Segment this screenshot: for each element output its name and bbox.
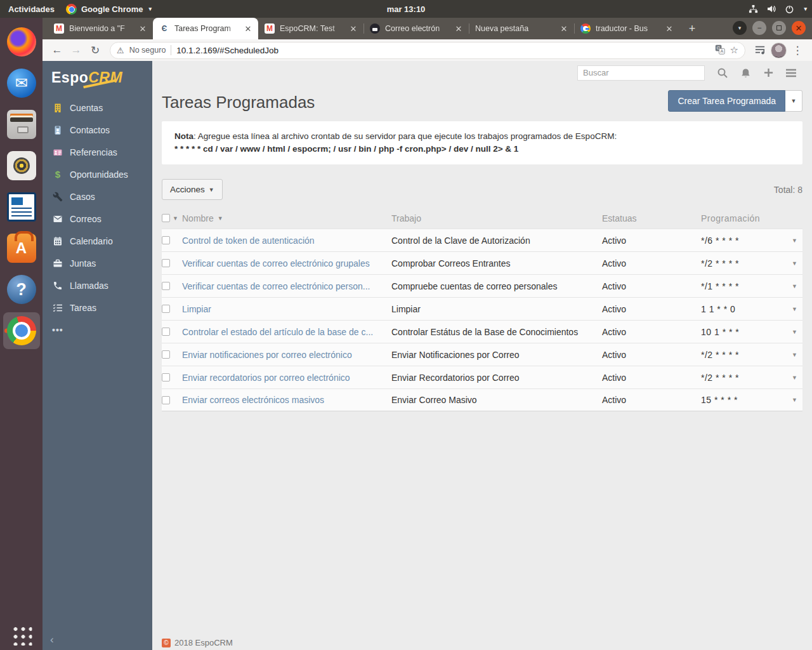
- sidebar-item-llamadas[interactable]: Llamadas: [43, 274, 152, 296]
- search-input[interactable]: [577, 65, 705, 81]
- column-header-nombre[interactable]: Nombre: [182, 213, 214, 223]
- launcher-item-chrome[interactable]: [3, 312, 40, 349]
- tab-correo-electronico[interactable]: Correo electrón ✕: [363, 18, 469, 39]
- launcher-item-libreoffice-writer[interactable]: [3, 189, 40, 225]
- avatar[interactable]: [771, 43, 787, 58]
- row-checkbox[interactable]: [162, 350, 170, 359]
- address-bar[interactable]: ⚠ No seguro 10.1.2.169/#ScheduledJob GA …: [110, 42, 745, 59]
- maximize-button[interactable]: [772, 21, 786, 35]
- chevron-down-icon[interactable]: ▼: [173, 215, 178, 222]
- close-icon[interactable]: ✕: [243, 24, 253, 34]
- volume-icon[interactable]: [766, 4, 776, 14]
- not-secure-icon[interactable]: ⚠: [117, 46, 124, 55]
- media-queue-icon[interactable]: [752, 42, 768, 58]
- sidebar-item-casos[interactable]: Casos: [43, 185, 152, 208]
- close-icon[interactable]: ✕: [559, 24, 569, 34]
- search-icon[interactable]: [711, 65, 734, 81]
- app-menu[interactable]: Google Chrome ▾: [66, 4, 152, 15]
- actions-dropdown-button[interactable]: Acciones ▼: [162, 179, 223, 200]
- row-menu-caret-icon[interactable]: ▼: [777, 260, 802, 267]
- sidebar-item-juntas[interactable]: Juntas: [43, 252, 152, 274]
- back-button[interactable]: ←: [49, 42, 65, 58]
- translate-icon[interactable]: GA: [715, 44, 725, 56]
- reload-button[interactable]: ↻: [87, 42, 103, 58]
- row-menu-caret-icon[interactable]: ▼: [777, 237, 802, 244]
- tab-traductor[interactable]: traductor - Bus ✕: [574, 18, 679, 39]
- url-text[interactable]: 10.1.2.169/#ScheduledJob: [176, 46, 709, 55]
- sidebar-item-cuentas[interactable]: Cuentas: [43, 96, 152, 119]
- job-name-link[interactable]: Verificar cuentas de correo electrónico …: [182, 281, 370, 291]
- job-name-link[interactable]: Limpiar: [182, 304, 211, 314]
- sidebar-more-button[interactable]: •••: [43, 319, 152, 341]
- row-checkbox[interactable]: [162, 373, 170, 381]
- job-name-link[interactable]: Control de token de autenticación: [182, 235, 315, 246]
- tab-strip: M Bienvenido a "F ✕ Є Tareas Program ✕ M…: [43, 18, 812, 39]
- job-name-link[interactable]: Enviar recordatorios por correo electrón…: [182, 373, 350, 383]
- job-name-link[interactable]: Verificar cuentas de correo electrónico …: [182, 258, 370, 269]
- new-tab-button[interactable]: +: [683, 20, 701, 37]
- tab-bienvenido[interactable]: M Bienvenido a "F ✕: [48, 18, 153, 39]
- tab-espocrm-test[interactable]: M EspoCRM: Test ✕: [258, 18, 363, 39]
- sidebar-item-correos[interactable]: Correos: [43, 208, 152, 230]
- row-checkbox[interactable]: [162, 305, 170, 313]
- column-header-programacion[interactable]: Programación: [701, 213, 777, 223]
- close-icon[interactable]: ✕: [664, 24, 674, 34]
- row-checkbox[interactable]: [162, 328, 170, 336]
- sidebar-item-tareas[interactable]: Tareas: [43, 296, 152, 319]
- browser-menu-icon[interactable]: ⋮: [789, 42, 806, 58]
- forward-button[interactable]: →: [68, 42, 84, 58]
- network-icon[interactable]: [749, 4, 758, 14]
- power-icon[interactable]: [785, 4, 794, 14]
- close-icon[interactable]: ✕: [348, 24, 358, 34]
- schedule-cell: 15 * * * *: [701, 395, 777, 405]
- row-checkbox[interactable]: [162, 259, 170, 267]
- sidebar-item-contactos[interactable]: Contactos: [43, 119, 152, 141]
- launcher-item-rhythmbox[interactable]: [3, 147, 40, 184]
- row-menu-caret-icon[interactable]: ▼: [777, 329, 802, 335]
- tab-tareas-programadas[interactable]: Є Tareas Program ✕: [153, 18, 258, 39]
- launcher-item-files[interactable]: [3, 106, 40, 143]
- launcher-item-firefox[interactable]: [3, 23, 40, 60]
- sidebar-item-calendario[interactable]: Calendario: [43, 230, 152, 252]
- select-all-checkbox[interactable]: [162, 214, 170, 222]
- espocrm-logo[interactable]: EspoCRM: [43, 61, 152, 93]
- close-window-button[interactable]: ✕: [792, 21, 806, 35]
- job-name-link[interactable]: Enviar notificaciones por correo electró…: [182, 350, 352, 360]
- row-menu-caret-icon[interactable]: ▼: [777, 283, 802, 289]
- column-header-estatuas[interactable]: Estatuas: [602, 213, 701, 223]
- show-applications-button[interactable]: [11, 625, 32, 646]
- minimize-button[interactable]: −: [752, 21, 766, 35]
- create-dropdown-caret-button[interactable]: ▼: [785, 90, 802, 112]
- sidebar-item-oportunidades[interactable]: $ Oportunidades: [43, 163, 152, 185]
- clock[interactable]: mar 13:10: [387, 0, 426, 18]
- quick-create-plus-icon[interactable]: [757, 65, 780, 81]
- launcher-item-ubuntu-software[interactable]: A: [3, 230, 40, 267]
- row-checkbox[interactable]: [162, 282, 170, 290]
- collapse-sidebar-icon[interactable]: ‹: [50, 633, 54, 646]
- row-checkbox[interactable]: [162, 396, 170, 404]
- job-name-link[interactable]: Controlar el estado del artículo de la b…: [182, 327, 373, 337]
- row-menu-caret-icon[interactable]: ▼: [777, 306, 802, 312]
- row-menu-caret-icon[interactable]: ▼: [777, 375, 802, 381]
- launcher-item-help[interactable]: ?: [3, 271, 40, 308]
- tab-nueva-pestana[interactable]: Nueva pestaña ✕: [469, 18, 574, 39]
- bookmark-star-icon[interactable]: ☆: [730, 44, 738, 56]
- row-menu-caret-icon[interactable]: ▼: [777, 352, 802, 358]
- column-header-trabajo[interactable]: Trabajo: [391, 213, 602, 223]
- activities-button[interactable]: Actividades: [8, 4, 55, 14]
- google-icon: [580, 23, 591, 34]
- logo-espo: Espo: [51, 69, 88, 86]
- close-icon[interactable]: ✕: [454, 24, 464, 34]
- sidebar-item-label: Referencias: [70, 147, 117, 157]
- window-menu-button[interactable]: ▾: [733, 21, 747, 35]
- create-scheduled-job-button[interactable]: Crear Tarea Programada: [668, 90, 785, 112]
- close-icon[interactable]: ✕: [138, 24, 148, 34]
- job-name-link[interactable]: Enviar correos electrónicos masivos: [182, 395, 324, 405]
- row-checkbox[interactable]: [162, 236, 170, 244]
- menu-hamburger-icon[interactable]: [780, 65, 802, 81]
- launcher-item-thunderbird[interactable]: ✉: [3, 65, 40, 102]
- notifications-bell-icon[interactable]: [734, 65, 757, 81]
- row-menu-caret-icon[interactable]: ▼: [777, 397, 802, 403]
- sidebar-item-referencias[interactable]: Referencias: [43, 141, 152, 163]
- security-chip[interactable]: No seguro: [129, 46, 166, 55]
